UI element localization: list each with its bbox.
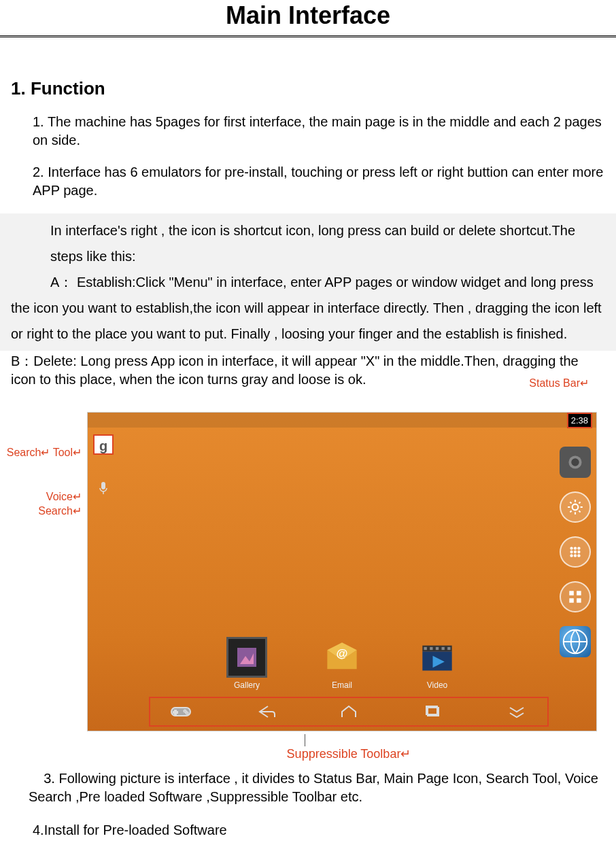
annotation-left-column: Search↵ Tool↵ Voice↵ Search↵ (0, 412, 82, 548)
settings-app-icon[interactable] (560, 491, 591, 523)
microphone-icon (99, 481, 108, 495)
function-item-3: 3. Following picture is interface , it d… (0, 769, 616, 806)
svg-point-5 (570, 547, 572, 549)
dock-app-email[interactable]: @ Email (322, 637, 362, 690)
svg-point-12 (574, 554, 577, 557)
video-icon (417, 637, 458, 678)
dock-app-gallery-label: Gallery (234, 680, 260, 690)
widgets-icon[interactable] (560, 581, 591, 612)
function-item-1: 1. The machine has 5pages for first inte… (0, 113, 616, 150)
back-icon (254, 704, 276, 720)
grid-widget-icon (566, 588, 584, 606)
camera-icon (560, 447, 591, 478)
nav-recent-button[interactable] (416, 702, 450, 722)
dock-app-video-label: Video (427, 680, 447, 690)
gallery-icon (226, 637, 267, 678)
svg-rect-25 (424, 647, 427, 650)
section-function-heading: 1. Function (0, 78, 616, 113)
function-item-2: 2. Interface has 6 emulators for pre-ins… (0, 163, 616, 200)
svg-point-4 (572, 504, 579, 510)
svg-rect-14 (569, 591, 574, 595)
search-tool-widget[interactable]: g (93, 434, 114, 455)
svg-rect-27 (436, 647, 439, 650)
annotation-status-bar-label: Status Bar↵ (529, 377, 589, 389)
dock-app-email-label: Email (332, 680, 352, 690)
svg-rect-0 (101, 482, 105, 489)
svg-point-11 (570, 554, 572, 557)
svg-point-8 (570, 551, 572, 553)
suppressible-toolbar[interactable] (149, 697, 549, 727)
chevron-down-icon (506, 704, 528, 720)
shortcut-instructions-block: In interface's right , the icon is short… (0, 213, 616, 351)
device-screenshot: 2:38 g (87, 412, 597, 731)
recent-apps-icon (422, 704, 444, 720)
annotation-suppressible-toolbar-label: Suppressible Toolbar↵ (205, 747, 411, 761)
svg-point-6 (574, 547, 577, 549)
svg-rect-15 (577, 591, 581, 595)
camera-app-icon[interactable] (560, 447, 591, 478)
suppressible-connector-line (305, 734, 305, 746)
svg-rect-29 (447, 647, 450, 650)
nav-collapse-button[interactable] (500, 702, 534, 722)
svg-point-7 (577, 547, 580, 549)
svg-text:@: @ (337, 646, 348, 660)
svg-rect-26 (430, 647, 432, 650)
home-icon (338, 704, 360, 720)
svg-point-9 (574, 551, 577, 553)
svg-rect-28 (442, 647, 445, 650)
svg-point-36 (186, 712, 188, 714)
svg-point-13 (577, 554, 580, 557)
annotation-search-tool-label: Search↵ Tool↵ (0, 446, 82, 460)
voice-search-widget[interactable] (93, 478, 114, 498)
apps-grid-icon (566, 543, 584, 561)
function-item-4: 4.Install for Pre-loaded Software (0, 806, 616, 838)
gear-icon (566, 498, 584, 516)
shortcut-intro-text: In interface's right , the icon is short… (11, 218, 605, 269)
nav-home-button[interactable] (332, 702, 366, 722)
nav-gamepad-button[interactable] (164, 702, 198, 722)
shortcut-establish-text: A： Establish:Click "Menu" in interface, … (11, 275, 602, 341)
svg-point-10 (577, 551, 580, 553)
status-time-badge: 2:38 (567, 413, 592, 428)
dock-app-gallery[interactable]: Gallery (226, 637, 267, 690)
status-bar[interactable]: 2:38 (88, 413, 596, 428)
svg-rect-34 (173, 712, 177, 713)
svg-rect-17 (577, 598, 581, 603)
dock-app-video[interactable]: Video (417, 637, 458, 690)
svg-point-3 (571, 458, 579, 466)
gamepad-icon (170, 704, 192, 720)
apps-drawer-icon[interactable] (560, 536, 591, 568)
shortcut-delete-text: B：Delete: Long press App icon in interfa… (0, 351, 616, 390)
interface-figure: Status Bar↵ Search↵ Tool↵ Voice↵ Search↵… (0, 390, 616, 769)
svg-rect-16 (569, 598, 574, 603)
email-icon: @ (322, 637, 362, 678)
nav-back-button[interactable] (248, 702, 282, 722)
svg-point-35 (184, 710, 186, 712)
page-title: Main Interface (0, 0, 616, 37)
annotation-voice-search-label: Voice↵ Search↵ (0, 490, 82, 519)
